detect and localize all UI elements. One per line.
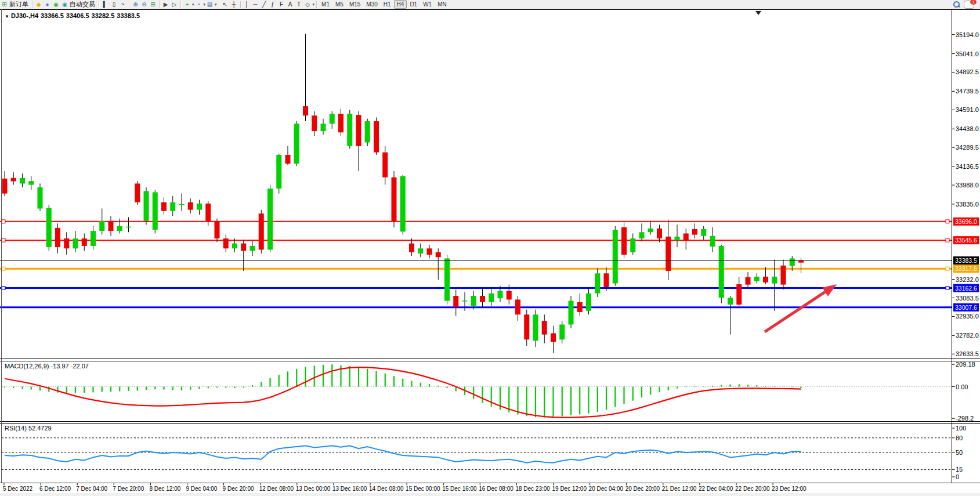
timeframe-m1-button[interactable]: M1 (319, 0, 332, 9)
timeframe-m5-button[interactable]: M5 (332, 0, 346, 9)
candle (11, 178, 16, 182)
candle (630, 238, 635, 252)
svg-text:209.18: 209.18 (956, 361, 975, 368)
arrows-icon[interactable]: ◇ (303, 1, 312, 8)
timeframe-m30-button[interactable]: M30 (363, 0, 380, 9)
candle (2, 179, 8, 194)
svg-text:33162.6: 33162.6 (955, 285, 977, 292)
candle (356, 115, 361, 146)
templates-dropdown-icon[interactable]: ▾ (215, 2, 217, 7)
candle (205, 204, 211, 221)
svg-text:34136.5: 34136.5 (956, 163, 979, 170)
trendline-icon[interactable]: ╱ (260, 1, 269, 8)
candle (330, 114, 335, 124)
autotrade-label[interactable]: 自动交易 (70, 0, 95, 9)
ohlc-low: 33282.5 (92, 12, 115, 19)
chat-icon[interactable]: 1 (964, 1, 974, 9)
arrows-dropdown-icon[interactable]: ▾ (313, 2, 315, 7)
profile-icon[interactable]: ● (43, 1, 52, 8)
candle (28, 181, 34, 184)
timeframe-w1-button[interactable]: W1 (420, 0, 435, 9)
candle (684, 233, 689, 241)
timeframe-m15-button[interactable]: M15 (346, 0, 363, 9)
chart-canvas[interactable]: 5 Dec 20226 Dec 12:007 Dec 04:007 Dec 20… (0, 9, 980, 493)
timeframe-d1-button[interactable]: D1 (407, 0, 420, 9)
market-icon[interactable]: ◆ (34, 1, 43, 8)
chart-window[interactable]: ▼DJ30-,H433366.533406.533282.533383.5 MA… (0, 9, 980, 493)
timeframe-mn-button[interactable]: MN (435, 0, 450, 9)
candle (542, 321, 547, 335)
line-handle[interactable] (2, 220, 5, 223)
candle (382, 153, 388, 178)
collapse-triangle-icon[interactable]: ▼ (5, 14, 9, 19)
vertical-line-icon[interactable]: │ (243, 1, 251, 8)
line-handle[interactable] (2, 287, 5, 290)
line-handle[interactable] (2, 238, 5, 242)
candle (666, 237, 671, 271)
line-handle[interactable] (946, 220, 949, 223)
text-icon[interactable]: A (286, 1, 295, 8)
candle (524, 314, 529, 339)
candle (586, 294, 591, 311)
candle (418, 248, 423, 254)
line-handle[interactable] (946, 287, 949, 290)
candle (427, 248, 432, 255)
signals-icon[interactable]: ◉ (52, 1, 60, 8)
crosshair-icon[interactable]: ┼ (230, 1, 238, 8)
ohlc-close: 33383.5 (117, 12, 140, 19)
zoom-out-icon[interactable]: ⊖ (140, 1, 149, 8)
candle (161, 202, 167, 211)
candle (657, 229, 662, 238)
svg-text:32935.0: 32935.0 (956, 313, 979, 320)
periods-icon[interactable]: ◔ (194, 1, 203, 8)
toolbar-separator (219, 1, 219, 8)
new-order-label[interactable]: 新订单 (9, 0, 28, 9)
fibonacci-icon[interactable]: ƒ (269, 1, 277, 8)
candle (754, 277, 760, 281)
svg-text:6 Dec 12:00: 6 Dec 12:00 (39, 486, 71, 492)
chart-title: ▼DJ30-,H433366.533406.533282.533383.5 (5, 12, 142, 19)
line-handle[interactable] (946, 267, 949, 270)
svg-text:5 Dec 2022: 5 Dec 2022 (3, 486, 33, 492)
candle (604, 273, 609, 287)
templates-icon[interactable]: ▤ (205, 1, 214, 8)
line-handle[interactable] (2, 267, 5, 270)
candle (507, 291, 512, 299)
line-chart-icon[interactable]: ~ (118, 1, 127, 8)
candle (569, 301, 574, 325)
svg-text:22 Dec 04:00: 22 Dec 04:00 (699, 486, 733, 492)
auto-scroll-icon[interactable]: ▶ (161, 1, 170, 8)
horizontal-line-icon[interactable]: ─ (251, 1, 260, 8)
macd-indicator-label: MACD(12,26,9) -13.97 -22.07 (5, 363, 89, 370)
candle (462, 301, 468, 302)
svg-text:33007.6: 33007.6 (955, 304, 977, 311)
toolbar-separator (240, 1, 241, 8)
candle (82, 238, 87, 246)
chart-shift-icon[interactable]: ▷ (170, 1, 179, 8)
tile-windows-icon[interactable]: ⊞ (149, 1, 157, 8)
channel-icon[interactable]: F (277, 1, 286, 8)
label-icon[interactable]: T (295, 1, 303, 8)
candlestick-chart-icon[interactable]: ▯ (110, 1, 118, 8)
indicators-icon[interactable]: + (183, 1, 191, 8)
line-handle[interactable] (946, 238, 949, 242)
svg-text:7 Dec 04:00: 7 Dec 04:00 (76, 486, 107, 492)
cursor-icon[interactable]: ↖ (221, 1, 230, 8)
ohlc-open: 33366.5 (41, 12, 64, 19)
candle (259, 213, 264, 249)
candle (701, 229, 706, 236)
svg-text:12 Dec 08:00: 12 Dec 08:00 (259, 486, 294, 492)
zoom-in-icon[interactable]: ⊕ (131, 1, 140, 8)
svg-text:100: 100 (956, 425, 966, 432)
new-order-icon[interactable]: ⊞ (0, 1, 9, 8)
candle (798, 260, 804, 263)
timeframe-h4-button[interactable]: H4 (394, 0, 407, 9)
candle (117, 226, 122, 231)
bar-chart-icon[interactable]: ▍ (101, 1, 110, 8)
timeframe-h1-button[interactable]: H1 (381, 0, 394, 9)
search-icon[interactable] (953, 1, 960, 8)
candle (736, 284, 742, 305)
autotrade-icon[interactable]: ◉ (60, 1, 69, 8)
svg-text:13 Dec 00:00: 13 Dec 00:00 (296, 486, 331, 492)
svg-text:33545.6: 33545.6 (955, 237, 977, 244)
